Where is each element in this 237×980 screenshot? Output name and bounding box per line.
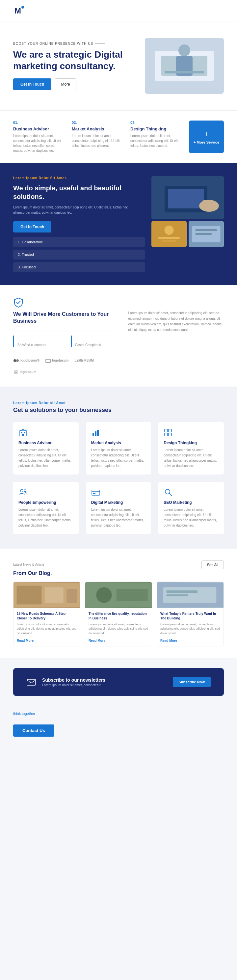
solution-card-4: People Empowering Lorem ipsum dolor sit … <box>13 482 79 534</box>
svg-point-47 <box>165 489 170 494</box>
blog-card-3: What Today's Renters Truly Want In The B… <box>157 582 224 647</box>
svg-rect-55 <box>116 589 148 601</box>
solution-card-1: Business Advisor Lorem ipsum dolor sit a… <box>13 422 79 474</box>
dark-right <box>151 176 224 272</box>
solution-card-6: SEO Marketing Lorem ipsum dolor sit amet… <box>158 482 224 534</box>
customers-right: Lorem ipsum dolor sit amet, consectetur … <box>128 297 224 332</box>
service-title-1: Business Advisor <box>13 126 66 131</box>
see-all-button[interactable]: See All <box>202 560 224 569</box>
solution-card-5: Digital Marketing Lorem ipsum dolor sit … <box>86 482 151 534</box>
contact-us-button[interactable]: Contact Us <box>13 724 54 737</box>
read-more-2[interactable]: Read More <box>89 639 105 643</box>
svg-text:M: M <box>14 6 21 15</box>
blog-grid: 18 New Roads Schemas A Step Closer To De… <box>13 582 224 647</box>
grid-icon <box>164 428 173 438</box>
svg-text:M: M <box>14 371 17 374</box>
credit-card-icon <box>91 488 100 497</box>
solution-card-3: Design Thingking Lorem ipsum dolor sit a… <box>158 422 224 474</box>
service-num-1: 01. <box>13 121 66 124</box>
svg-rect-52 <box>67 589 77 603</box>
svg-rect-36 <box>97 430 99 436</box>
more-service-button[interactable]: + + More Service <box>189 121 224 153</box>
customers-section: We Will Drive More Customers to Your Bus… <box>0 285 237 387</box>
customers-desc: Lorem ipsum dolor sit amet, consectetur … <box>128 311 221 332</box>
solution-title-6: SEO Marketing <box>164 500 219 505</box>
dark-list-item-1[interactable]: 1. Collaborative <box>13 237 145 247</box>
service-title-3: Design Thingking <box>130 126 183 131</box>
blog-post-desc-3: Lorem ipsum dolor sit amet, consectetur … <box>160 622 220 636</box>
partner-logo-4: M logolpsum <box>13 369 37 375</box>
people-icon <box>18 488 28 497</box>
svg-rect-35 <box>95 431 97 436</box>
shield-icon <box>13 297 24 307</box>
solution-card-2: Market Analysis Lorem ipsum dolor sit am… <box>86 422 151 474</box>
svg-rect-21 <box>196 233 212 235</box>
solution-desc-2: Lorem ipsum dolor sit amet, consectetur … <box>91 447 146 469</box>
hero-title: We are a strategic Digital marketing con… <box>13 49 125 72</box>
hero-section: Boost Your Online Presence With Us We ar… <box>0 21 237 110</box>
logos-row: logolpsum® logolpsum LERE·PSUM M logolps… <box>13 353 119 375</box>
svg-rect-24 <box>46 359 50 363</box>
hero-buttons: Get In Touch More <box>13 78 125 90</box>
partner-logo-2: logolpsum <box>45 358 69 363</box>
solution-desc-4: Lorem ipsum dolor sit amet, consectetur … <box>18 507 73 528</box>
service-title-2: Market Analysis <box>72 126 124 131</box>
svg-rect-60 <box>27 679 35 685</box>
blog-image-3 <box>157 582 224 608</box>
blog-title: From Our Blog. <box>13 570 224 576</box>
stat-satisfied-label: Satisfied customers <box>17 343 61 347</box>
logo: M <box>13 5 25 16</box>
newsletter-section: Subscribe to our newsletters Lorem ipsum… <box>13 668 224 696</box>
newsletter-text: Subscribe to our newsletters Lorem ipsum… <box>42 678 167 687</box>
services-strip: 01. Business Advisor Lorem ipsum dolor s… <box>0 110 237 163</box>
more-button[interactable]: More <box>55 78 76 90</box>
svg-rect-34 <box>92 433 94 436</box>
blog-post-desc-1: Lorem ipsum dolor sit amet, consectetur … <box>17 622 77 636</box>
solutions-title: Get a solutions to your businesses <box>13 407 224 414</box>
hero-tagline: Boost Your Online Presence With Us <box>13 42 125 45</box>
get-in-touch-button[interactable]: Get In Touch <box>13 78 51 90</box>
dark-list-item-3[interactable]: 3. Focused <box>13 262 145 272</box>
stats-row: Satisfied customers Cases Completed <box>13 331 119 347</box>
customers-left: We Will Drive More Customers to Your Bus… <box>13 297 119 375</box>
read-more-3[interactable]: Read More <box>160 639 177 643</box>
newsletter-desc: Lorem ipsum dolor sit amet, consectetur. <box>42 683 167 687</box>
blog-post-title-3: What Today's Renters Truly Want In The B… <box>160 611 220 621</box>
dark-get-in-touch-button[interactable]: Get In Touch <box>13 221 51 232</box>
subscribe-button[interactable]: Subscribe Now <box>173 677 211 687</box>
partner-logo-1: logolpsum® <box>13 358 40 364</box>
svg-point-54 <box>96 587 111 603</box>
blog-tagline: Latest News & Article <box>13 563 44 566</box>
solution-title-2: Market Analysis <box>91 441 146 445</box>
dark-list-item-2[interactable]: 2. Trusted <box>13 250 145 259</box>
dark-tagline: Lorem ipsum Dolor Sit Amet. <box>13 176 145 180</box>
dark-desc: Lorem ipsum dolor sit amet, consectetur … <box>13 205 145 215</box>
solution-desc-5: Lorem ipsum dolor sit amet, consectetur … <box>91 507 146 528</box>
svg-line-48 <box>169 493 172 496</box>
customers-inner: We Will Drive More Customers to Your Bus… <box>13 297 224 375</box>
svg-rect-13 <box>202 200 207 210</box>
blog-post-title-2: The difference lies quality, reputation … <box>89 611 148 621</box>
solution-desc-6: Lorem ipsum dolor sit amet, consectetur … <box>164 507 219 528</box>
svg-point-12 <box>199 200 219 212</box>
blog-image-1 <box>13 582 80 608</box>
svg-rect-11 <box>168 189 204 208</box>
blog-content-2: The difference lies quality, reputation … <box>85 608 152 646</box>
dark-image-bottom-left <box>151 221 187 247</box>
svg-point-2 <box>21 6 24 9</box>
svg-rect-16 <box>158 237 180 239</box>
service-desc-2: Lorem ipsum dolor sit amet, consectetur … <box>72 134 124 148</box>
service-item-3: 03. Design Thingking Lorem ipsum dolor s… <box>130 121 189 153</box>
svg-rect-17 <box>162 240 177 242</box>
solution-title-5: Digital Marketing <box>91 500 146 505</box>
chart-icon <box>91 428 100 438</box>
service-item-1: 01. Business Advisor Lorem ipsum dolor s… <box>13 121 72 153</box>
svg-rect-39 <box>169 429 172 432</box>
read-more-1[interactable]: Read More <box>17 639 33 643</box>
stat-cases-label: Cases Completed <box>75 343 119 347</box>
blog-header: Latest News & Article See All <box>13 560 224 569</box>
blog-section: Latest News & Article See All From Our B… <box>0 549 237 659</box>
footer-link[interactable]: think together <box>13 712 35 716</box>
solution-desc-3: Lorem ipsum dolor sit amet, consectetur … <box>164 447 219 469</box>
svg-rect-41 <box>169 433 172 436</box>
